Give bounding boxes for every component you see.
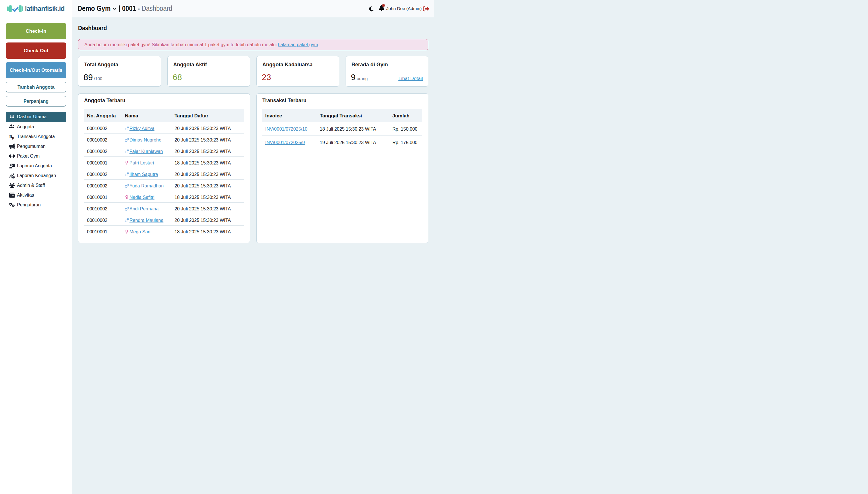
svg-text:p: p: [12, 135, 14, 139]
